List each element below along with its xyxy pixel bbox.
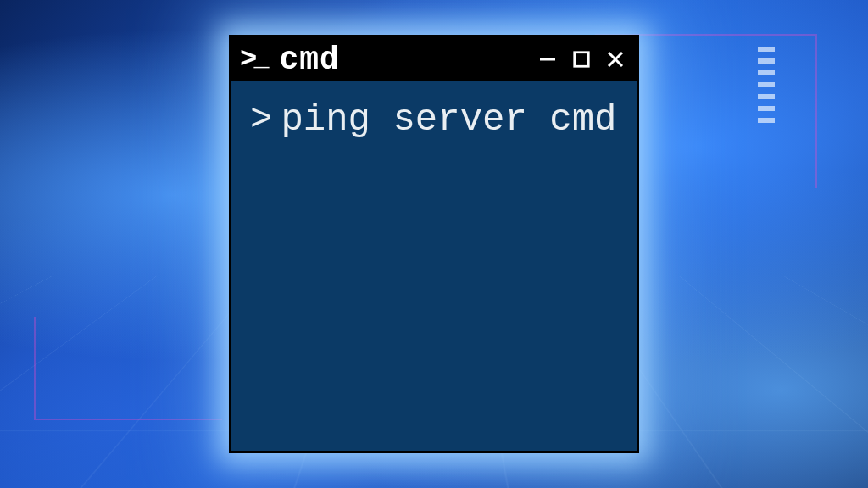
window-controls (537, 48, 626, 70)
terminal-prompt-icon: >_ (240, 45, 267, 74)
cmd-window: >_ cmd >ping serve (229, 35, 639, 453)
minimize-icon (537, 49, 558, 69)
close-button[interactable] (604, 48, 626, 70)
close-icon (605, 49, 626, 69)
maximize-icon (572, 50, 591, 69)
background-dots (758, 47, 775, 123)
window-title: cmd (279, 42, 339, 78)
terminal-body[interactable]: >ping server cmd (231, 81, 637, 451)
terminal-command: ping server cmd (281, 98, 616, 141)
titlebar[interactable]: >_ cmd (231, 37, 637, 81)
maximize-button[interactable] (570, 48, 593, 70)
terminal-line: >ping server cmd (250, 97, 618, 143)
minimize-button[interactable] (537, 48, 559, 70)
prompt-char: > (250, 98, 272, 141)
svg-rect-1 (575, 53, 589, 67)
